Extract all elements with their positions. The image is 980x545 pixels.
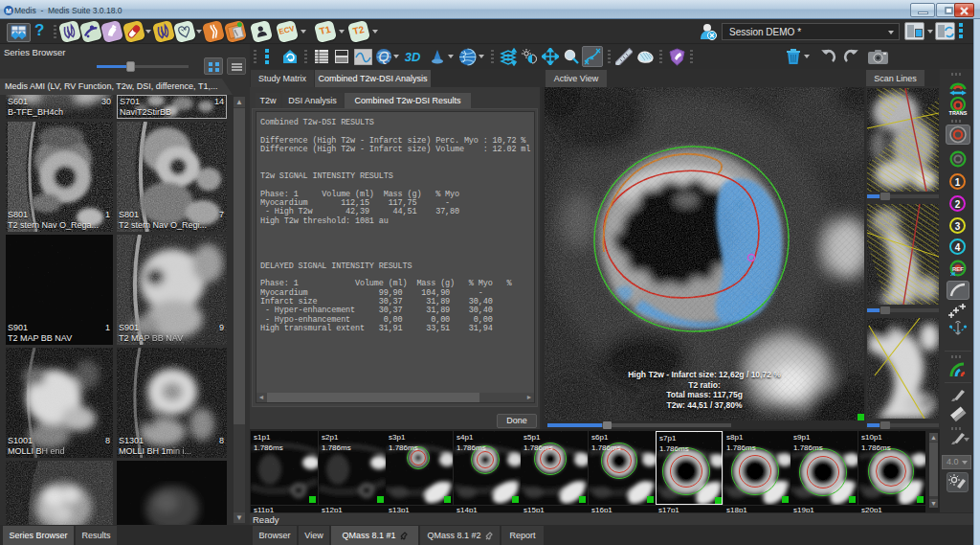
svg-text:Q: Q (379, 49, 390, 64)
svg-text:REF: REF (952, 266, 964, 272)
svg-text:TRANS: TRANS (949, 110, 968, 116)
